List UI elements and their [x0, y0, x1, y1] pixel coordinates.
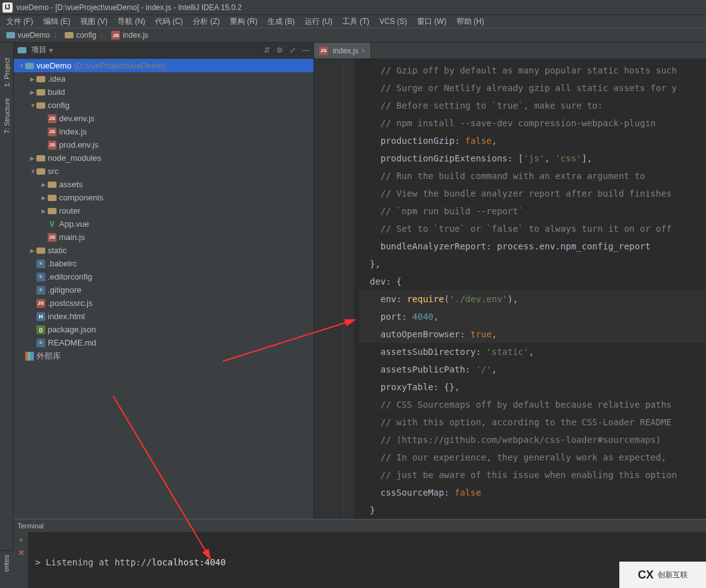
- menu-item[interactable]: 代码 (C): [151, 16, 187, 27]
- tree-row[interactable]: ▶.idea: [14, 72, 313, 85]
- tree-label: .gitignore: [48, 285, 81, 295]
- tree-label: App.vue: [59, 219, 89, 229]
- logo-mark: CX: [638, 569, 653, 582]
- tree-arrow-icon[interactable]: ▶: [30, 89, 36, 95]
- tool-window-tab[interactable]: 1: Project: [3, 55, 11, 89]
- tree-row[interactable]: ≡.gitignore: [14, 283, 313, 297]
- favorites-tool-stripe[interactable]: orites: [0, 550, 14, 588]
- menu-item[interactable]: 文件 (F): [3, 16, 37, 27]
- folder-icon: [48, 182, 57, 188]
- tree-row[interactable]: ▶node_modules: [14, 151, 313, 165]
- code-line: cssSourceMap: false: [359, 484, 706, 501]
- tree-arrow-icon[interactable]: ▶: [41, 182, 48, 188]
- tree-row[interactable]: JSindex.js: [14, 125, 313, 138]
- tree-arrow-icon[interactable]: ▶: [41, 195, 48, 201]
- code-line: // Set to `true` or `false` to always tu…: [359, 220, 706, 237]
- autoscroll-icon[interactable]: ⇵: [264, 46, 270, 55]
- menu-item[interactable]: 运行 (U): [301, 16, 336, 27]
- tree-row[interactable]: ▶router: [14, 204, 313, 217]
- tree-row[interactable]: ▶components: [14, 191, 313, 204]
- terminal-content[interactable]: > Listening at http://localhost:4040: [29, 532, 706, 588]
- tree-arrow-icon[interactable]: ▶: [30, 76, 36, 82]
- code-content[interactable]: // Gzip off by default as many popular s…: [354, 59, 706, 588]
- tree-row[interactable]: ▼src: [14, 165, 313, 178]
- tree-row[interactable]: JSdev.env.js: [14, 112, 313, 125]
- tree-row[interactable]: ▼config: [14, 99, 313, 112]
- tree-row[interactable]: ▶assets: [14, 178, 313, 191]
- folder-icon: [36, 248, 45, 254]
- close-icon[interactable]: ×: [361, 46, 366, 55]
- folder-icon: [36, 155, 45, 161]
- menu-item[interactable]: 编辑 (E): [40, 16, 74, 27]
- menu-item[interactable]: VCS (S): [376, 17, 411, 26]
- terminal-header[interactable]: Terminal: [14, 520, 706, 532]
- collapse-icon[interactable]: ⤢: [290, 46, 296, 55]
- tree-arrow-icon[interactable]: ▼: [30, 168, 36, 175]
- code-line: // with this option, according to the CS…: [359, 413, 706, 431]
- terminal-new-icon[interactable]: +: [19, 536, 23, 545]
- terminal-output-host: localhost:4040: [151, 557, 225, 567]
- tree-arrow-icon[interactable]: ▶: [30, 155, 36, 161]
- breadcrumb-item[interactable]: config: [62, 31, 99, 40]
- menu-item[interactable]: 帮助 (H): [453, 16, 488, 27]
- left-tool-stripe: 1: Project7: Structure: [0, 43, 14, 588]
- tree-row[interactable]: ▼vueDemo (D:\vueProject\vueDemo): [14, 59, 313, 72]
- terminal-title: Terminal: [18, 522, 44, 530]
- breadcrumb-item[interactable]: vueDemo: [4, 31, 52, 40]
- tree-label: config: [48, 101, 70, 110]
- tree-row[interactable]: ≡.babelrc: [14, 257, 313, 270]
- tree-label: index.js: [59, 127, 87, 136]
- tree-row[interactable]: Hindex.html: [14, 310, 313, 323]
- tree-row[interactable]: {}package.json: [14, 323, 313, 336]
- tree-arrow-icon[interactable]: ▶: [41, 208, 48, 214]
- tree-row[interactable]: JS.postcssrc.js: [14, 297, 313, 310]
- tree-label: index.html: [48, 312, 85, 321]
- tool-window-tab[interactable]: 7: Structure: [3, 95, 11, 136]
- menu-item[interactable]: 工具 (T): [339, 16, 373, 27]
- tree-arrow-icon[interactable]: ▼: [30, 102, 36, 109]
- folder-icon: [36, 168, 45, 175]
- code-line: // Surge or Netlify already gzip all sta…: [359, 79, 706, 97]
- tree-label: .idea: [48, 74, 65, 84]
- terminal-close-icon[interactable]: ✕: [18, 548, 24, 557]
- tree-row[interactable]: ▶static: [14, 244, 313, 257]
- editor-area: JS index.js × // Gzip off by default as …: [314, 43, 706, 588]
- tree-row[interactable]: 外部库: [14, 349, 313, 362]
- folder-icon: [36, 89, 45, 95]
- menu-item[interactable]: 生成 (B): [264, 16, 298, 27]
- js-file-icon: JS: [48, 141, 57, 150]
- tree-row[interactable]: JSprod.env.js: [14, 138, 313, 151]
- breadcrumb-label: config: [76, 31, 96, 40]
- tree-row[interactable]: JSmain.js: [14, 231, 313, 244]
- folder-icon: [48, 208, 57, 214]
- folder-icon: [36, 76, 45, 82]
- json-file-icon: {}: [36, 325, 45, 334]
- tree-row[interactable]: ≡README.md: [14, 336, 313, 349]
- tree-label: static: [48, 246, 67, 255]
- tree-row[interactable]: VApp.vue: [14, 217, 313, 231]
- gear-icon[interactable]: ⚙: [276, 46, 283, 55]
- terminal-output-prefix: > Listening at http://: [35, 557, 151, 567]
- code-line: // View the bundle analyzer report after…: [359, 185, 706, 202]
- code-line: // npm install --save-dev compression-we…: [359, 114, 706, 132]
- menu-item[interactable]: 窗口 (W): [413, 16, 450, 27]
- tree-label: node_modules: [48, 153, 101, 163]
- editor-body[interactable]: // Gzip off by default as many popular s…: [314, 59, 706, 588]
- tree-label: .editorconfig: [48, 272, 92, 281]
- folder-icon: [36, 102, 45, 109]
- breadcrumb-item[interactable]: JSindex.js: [109, 31, 151, 40]
- tree-arrow-icon[interactable]: ▼: [19, 63, 25, 69]
- tree-label: build: [48, 87, 65, 97]
- folder-icon: [6, 32, 15, 38]
- tree-row[interactable]: ≡.editorconfig: [14, 270, 313, 283]
- hide-icon[interactable]: —: [302, 46, 310, 55]
- menu-item[interactable]: 导航 (N): [114, 16, 149, 27]
- project-tree[interactable]: ▼vueDemo (D:\vueProject\vueDemo)▶.idea▶b…: [14, 58, 313, 588]
- editor-tab-index-js[interactable]: JS index.js ×: [314, 43, 371, 58]
- menu-item[interactable]: 重构 (R): [226, 16, 261, 27]
- tree-arrow-icon[interactable]: ▶: [30, 248, 36, 254]
- tree-row[interactable]: ▶build: [14, 85, 313, 99]
- menu-item[interactable]: 分析 (Z): [189, 16, 224, 27]
- menu-item[interactable]: 视图 (V): [77, 16, 111, 27]
- dropdown-icon[interactable]: ▾: [49, 46, 53, 55]
